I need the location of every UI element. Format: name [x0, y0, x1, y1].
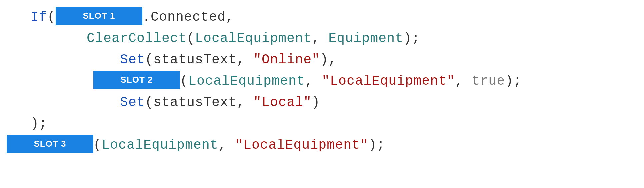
semicolon: ;: [39, 116, 47, 131]
code-line-2: ClearCollect(LocalEquipment, Equipment);: [7, 28, 637, 49]
code-line-3: Set(statusText, "Online"),: [7, 49, 637, 71]
comma: ,: [305, 74, 313, 89]
bool-true: true: [472, 74, 505, 89]
id-localequipment: LocalEquipment: [102, 138, 218, 153]
code-line-7: SLOT 3(LocalEquipment, "LocalEquipment")…: [7, 135, 637, 156]
semicolon: ;: [412, 31, 420, 46]
lparen: (: [180, 74, 188, 89]
id-equipment: Equipment: [328, 31, 403, 46]
rparen: ): [505, 74, 513, 89]
str-localequipment: "LocalEquipment": [235, 138, 368, 153]
slot-2[interactable]: SLOT 2: [93, 71, 180, 89]
str-online: "Online": [253, 52, 320, 67]
code-line-1: If(SLOT 1.Connected,: [7, 7, 637, 28]
code-line-5: Set(statusText, "Local"): [7, 92, 637, 113]
comma: ,: [218, 138, 227, 153]
slot-1[interactable]: SLOT 1: [56, 7, 142, 25]
str-localequipment: "LocalEquipment": [322, 74, 455, 89]
lparen: (: [47, 10, 56, 25]
comma: ,: [328, 52, 337, 67]
rparen: ): [320, 52, 328, 67]
code-line-4: SLOT 2(LocalEquipment, "LocalEquipment",…: [7, 71, 637, 92]
comma: ,: [312, 31, 320, 46]
id-statustext: statusText: [153, 52, 237, 67]
rparen: ): [368, 138, 377, 153]
comma: ,: [237, 95, 245, 110]
keyword-if: If: [31, 10, 47, 25]
code-line-6: );: [7, 113, 637, 135]
lparen: (: [187, 31, 195, 46]
space: [320, 31, 328, 46]
space: [313, 74, 322, 89]
comma: ,: [237, 52, 245, 67]
rparen: ): [403, 31, 412, 46]
space: [227, 138, 235, 153]
space: [245, 95, 253, 110]
lparen: (: [145, 52, 153, 67]
fn-set: Set: [120, 52, 145, 67]
space: [245, 52, 253, 67]
id-localequipment: LocalEquipment: [188, 74, 305, 89]
space: [463, 74, 472, 89]
fn-set: Set: [120, 95, 145, 110]
semicolon: ;: [377, 138, 385, 153]
lparen: (: [93, 138, 102, 153]
lparen: (: [145, 95, 153, 110]
str-local: "Local": [253, 95, 312, 110]
id-statustext: statusText: [153, 95, 237, 110]
comma: ,: [226, 10, 234, 25]
fn-clearcollect: ClearCollect: [87, 31, 187, 46]
rparen: ): [31, 116, 39, 131]
rparen: ): [312, 95, 320, 110]
prop-connected: .Connected: [142, 10, 226, 25]
comma: ,: [455, 74, 463, 89]
id-localequipment: LocalEquipment: [195, 31, 312, 46]
slot-3[interactable]: SLOT 3: [7, 135, 93, 153]
semicolon: ;: [513, 74, 522, 89]
